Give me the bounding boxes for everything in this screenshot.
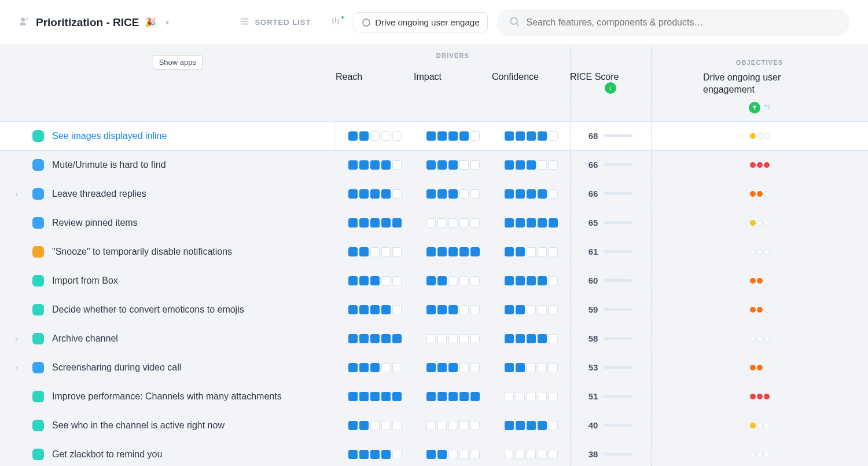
table-row[interactable]: ›Archive channel58 [0,324,868,353]
svg-line-9 [517,23,519,25]
color-swatch [32,275,44,287]
objective-dots[interactable] [651,162,868,168]
caret-down-icon[interactable]: ▾ [165,19,169,27]
rating-blocks[interactable] [414,363,492,372]
filter-funnel-icon[interactable] [749,102,760,113]
objective-dots[interactable] [651,452,868,457]
rating-blocks[interactable] [414,421,492,430]
col-impact[interactable]: Impact [414,72,492,82]
rating-blocks[interactable] [414,131,492,141]
table-row[interactable]: Mute/Unmute is hard to find66 [0,151,868,179]
rating-blocks[interactable] [492,276,570,285]
table-row[interactable]: "Snooze" to temporarily disable notifica… [0,237,868,266]
rating-blocks[interactable] [336,218,414,228]
rating-blocks[interactable] [336,131,414,141]
rating-blocks[interactable] [336,305,414,314]
rating-blocks[interactable] [336,160,414,170]
name-cell[interactable]: "Snooze" to temporarily disable notifica… [0,246,336,258]
search-box[interactable] [497,9,849,36]
rating-blocks[interactable] [492,334,570,343]
sort-desc-icon[interactable]: ↓ [605,82,616,94]
name-cell[interactable]: Mute/Unmute is hard to find [0,159,336,171]
name-cell[interactable]: ›Screensharing during video call [0,362,336,373]
rating-blocks[interactable] [414,247,492,256]
rating-blocks[interactable] [492,160,570,170]
col-confidence[interactable]: Confidence [492,72,570,82]
chevron-right-icon[interactable]: › [15,189,18,199]
name-cell[interactable]: Improve performance: Channels with many … [0,391,336,402]
page-title-wrap[interactable]: Prioritization - RICE 🎉 ▾ [19,16,169,30]
filter-button[interactable] [327,16,344,29]
objective-pill[interactable]: Drive ongoing user engage [354,12,488,32]
name-cell[interactable]: Get zlackbot to remind you [0,449,336,460]
rating-blocks[interactable] [492,392,570,401]
rating-blocks[interactable] [492,305,570,314]
col-objective[interactable]: Drive ongoing user engagement [651,72,868,102]
rating-blocks[interactable] [492,131,570,141]
objective-dots[interactable] [651,220,868,226]
rating-blocks[interactable] [492,247,570,256]
rating-blocks[interactable] [492,189,570,199]
objective-dots[interactable] [651,249,868,255]
rating-blocks[interactable] [336,363,414,372]
table-row[interactable]: Review pinned items65 [0,208,868,237]
name-cell[interactable]: Decide whether to convert emoticons to e… [0,304,336,315]
score-value: 61 [589,247,598,256]
table-row[interactable]: ›Screensharing during video call53 [0,353,868,382]
rating-blocks[interactable] [336,450,414,459]
rating-blocks[interactable] [492,421,570,430]
view-mode-button[interactable]: SORTED LIST [240,16,311,28]
name-cell[interactable]: See who in the channel is active right n… [0,420,336,431]
name-cell[interactable]: Review pinned items [0,217,336,229]
chevron-right-icon[interactable]: › [15,363,18,372]
rating-blocks[interactable] [414,218,492,228]
name-cell[interactable]: See images displayed inline [0,130,336,142]
score-bar [604,163,632,166]
rating-blocks[interactable] [414,189,492,199]
rating-blocks[interactable] [414,392,492,401]
table-row[interactable]: Improve performance: Channels with many … [0,382,868,411]
objective-dots[interactable] [651,133,868,139]
table-row[interactable]: ›Leave threaded replies66 [0,179,868,208]
name-cell[interactable]: Import from Box [0,275,336,287]
name-cell[interactable]: ›Archive channel [0,333,336,344]
name-cell[interactable]: ›Leave threaded replies [0,188,336,200]
chevron-right-icon[interactable]: › [15,334,18,343]
rating-blocks[interactable] [336,247,414,256]
objective-dots[interactable] [651,307,868,313]
rating-blocks[interactable] [414,450,492,459]
score-cell: 38 [570,449,651,459]
feature-name: Get zlackbot to remind you [52,449,162,460]
table-row[interactable]: See images displayed inline68 [0,122,868,151]
toolbar: Prioritization - RICE 🎉 ▾ SORTED LIST Dr… [0,0,868,45]
objective-dots[interactable] [651,278,868,284]
score-value: 59 [589,304,598,314]
objective-dots[interactable] [651,336,868,342]
rating-blocks[interactable] [414,276,492,285]
search-input[interactable] [526,17,838,28]
rating-blocks[interactable] [336,189,414,199]
objective-dots[interactable] [651,394,868,399]
objective-dots[interactable] [651,191,868,197]
rating-blocks[interactable] [336,334,414,343]
table-row[interactable]: See who in the channel is active right n… [0,411,868,440]
expand-columns-icon[interactable]: ⇆ [764,102,771,113]
rating-blocks[interactable] [492,363,570,372]
table-row[interactable]: Get zlackbot to remind you38 [0,440,868,466]
rating-blocks[interactable] [336,392,414,401]
rating-blocks[interactable] [336,421,414,430]
rating-blocks[interactable] [492,450,570,459]
rating-blocks[interactable] [414,334,492,343]
objective-dots[interactable] [651,423,868,428]
objective-dots[interactable] [651,365,868,370]
score-bar [604,395,632,398]
table-row[interactable]: Import from Box60 [0,266,868,295]
table-row[interactable]: Decide whether to convert emoticons to e… [0,295,868,324]
rating-blocks[interactable] [492,218,570,228]
score-cell: 66 [570,189,651,199]
col-reach[interactable]: Reach [336,72,414,82]
rating-blocks[interactable] [414,160,492,170]
rating-blocks[interactable] [336,276,414,285]
rating-blocks[interactable] [414,305,492,314]
col-rice-score[interactable]: RICE Score [570,72,651,82]
